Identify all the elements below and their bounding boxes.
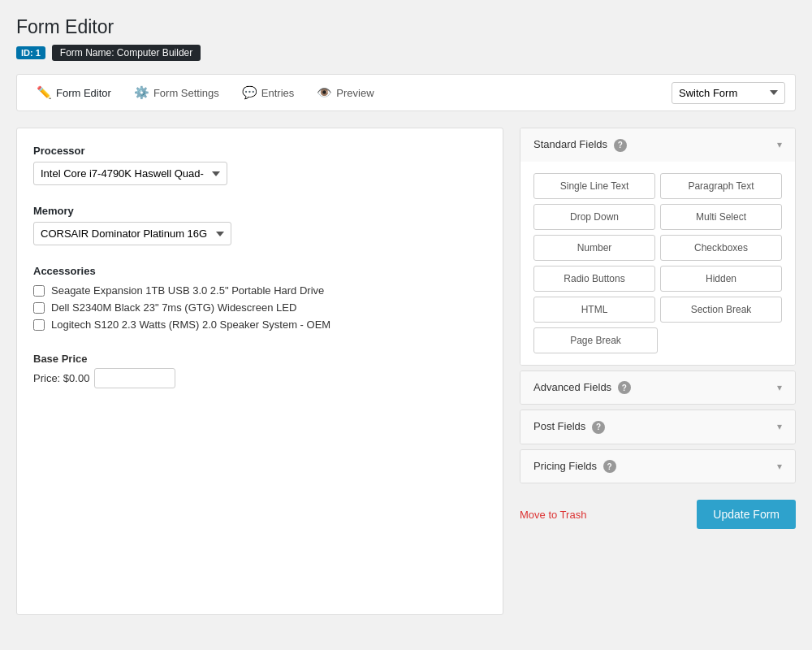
advanced-fields-panel: Advanced Fields ? ▾ <box>520 370 796 405</box>
radio-buttons-button[interactable]: Radio Buttons <box>533 266 655 292</box>
multi-select-button[interactable]: Multi Select <box>660 204 782 230</box>
memory-field-section: Memory CORSAIR Dominator Platinum 16G <box>33 205 486 245</box>
hidden-button[interactable]: Hidden <box>660 266 782 292</box>
post-fields-header[interactable]: Post Fields ? ▾ <box>520 410 795 444</box>
move-to-trash-link[interactable]: Move to Trash <box>520 509 586 521</box>
post-fields-chevron: ▾ <box>777 421 782 432</box>
post-fields-title: Post Fields ? <box>533 420 605 434</box>
form-editor-icon: ✏️ <box>37 85 52 100</box>
price-row: Price: $0.00 <box>33 368 486 388</box>
number-button[interactable]: Number <box>533 235 655 261</box>
checkboxes-button[interactable]: Checkboxes <box>660 235 782 261</box>
tab-form-editor[interactable]: ✏️ Form Editor <box>27 80 121 105</box>
id-badge: ID: 1 <box>16 46 45 59</box>
accessory-label-1: Seagate Expansion 1TB USB 3.0 2.5" Porta… <box>51 284 324 297</box>
tab-entries[interactable]: 💬 Entries <box>232 80 304 105</box>
processor-select[interactable]: Intel Core i7-4790K Haswell Quad- <box>33 162 227 185</box>
accessory-checkbox-1[interactable] <box>33 285 45 297</box>
field-buttons-grid: Single Line Text Paragraph Text Drop Dow… <box>533 173 782 353</box>
pricing-fields-title: Pricing Fields ? <box>533 460 616 474</box>
tab-form-settings[interactable]: ⚙️ Form Settings <box>124 80 229 105</box>
accessory-label-3: Logitech S120 2.3 Watts (RMS) 2.0 Speake… <box>51 318 330 331</box>
post-fields-help-icon[interactable]: ? <box>592 421 605 434</box>
list-item: Logitech S120 2.3 Watts (RMS) 2.0 Speake… <box>33 316 486 333</box>
advanced-fields-header[interactable]: Advanced Fields ? ▾ <box>520 371 795 405</box>
main-layout: Processor Intel Core i7-4790K Haswell Qu… <box>16 128 796 615</box>
tab-preview[interactable]: 👁️ Preview <box>307 80 383 105</box>
form-canvas: Processor Intel Core i7-4790K Haswell Qu… <box>16 128 503 615</box>
memory-label: Memory <box>33 205 486 217</box>
pricing-fields-panel: Pricing Fields ? ▾ <box>520 449 796 484</box>
form-name-badge: Form Name: Computer Builder <box>52 45 201 61</box>
page-title: Form Editor <box>16 16 796 38</box>
section-break-button[interactable]: Section Break <box>660 297 782 323</box>
standard-fields-chevron: ▾ <box>777 139 782 150</box>
switch-form-select[interactable]: Switch Form <box>672 82 785 104</box>
drop-down-button[interactable]: Drop Down <box>533 204 655 230</box>
standard-fields-header[interactable]: Standard Fields ? ▾ <box>520 128 795 162</box>
standard-fields-panel: Standard Fields ? ▾ Single Line Text Par… <box>520 128 796 366</box>
advanced-fields-help-icon[interactable]: ? <box>618 381 631 394</box>
base-price-label: Base Price <box>33 353 486 365</box>
price-prefix: Price: $0.00 <box>33 372 89 384</box>
accessory-label-2: Dell S2340M Black 23" 7ms (GTG) Widescre… <box>51 301 296 314</box>
pricing-fields-header[interactable]: Pricing Fields ? ▾ <box>520 450 795 483</box>
price-input[interactable] <box>94 368 175 388</box>
form-settings-icon: ⚙️ <box>134 85 149 100</box>
tab-form-settings-label: Form Settings <box>153 87 219 99</box>
accessories-field-section: Accessories Seagate Expansion 1TB USB 3.… <box>33 265 486 333</box>
standard-fields-title: Standard Fields ? <box>533 138 627 152</box>
nav-bar: ✏️ Form Editor ⚙️ Form Settings 💬 Entrie… <box>16 74 796 111</box>
pricing-fields-help-icon[interactable]: ? <box>603 460 616 473</box>
paragraph-text-button[interactable]: Paragraph Text <box>660 173 782 199</box>
tab-form-editor-label: Form Editor <box>56 87 111 99</box>
update-form-button[interactable]: Update Form <box>697 500 796 529</box>
bottom-actions: Move to Trash Update Form <box>520 500 796 529</box>
standard-fields-body: Single Line Text Paragraph Text Drop Dow… <box>520 162 795 365</box>
accessories-label: Accessories <box>33 265 486 277</box>
page-break-button[interactable]: Page Break <box>533 327 658 353</box>
advanced-fields-title: Advanced Fields ? <box>533 381 631 395</box>
processor-label: Processor <box>33 145 486 157</box>
pricing-fields-chevron: ▾ <box>777 461 782 472</box>
standard-fields-help-icon[interactable]: ? <box>614 139 627 152</box>
post-fields-panel: Post Fields ? ▾ <box>520 410 796 444</box>
right-sidebar: Standard Fields ? ▾ Single Line Text Par… <box>520 128 796 529</box>
memory-select[interactable]: CORSAIR Dominator Platinum 16G <box>33 222 231 245</box>
accessory-checkbox-3[interactable] <box>33 319 45 331</box>
tab-entries-label: Entries <box>261 87 294 99</box>
advanced-fields-chevron: ▾ <box>777 382 782 393</box>
nav-tabs: ✏️ Form Editor ⚙️ Form Settings 💬 Entrie… <box>27 80 672 105</box>
list-item: Dell S2340M Black 23" 7ms (GTG) Widescre… <box>33 299 486 316</box>
accessories-list: Seagate Expansion 1TB USB 3.0 2.5" Porta… <box>33 282 486 333</box>
tab-preview-label: Preview <box>336 87 374 99</box>
html-button[interactable]: HTML <box>533 297 655 323</box>
processor-field-section: Processor Intel Core i7-4790K Haswell Qu… <box>33 145 486 185</box>
title-meta: ID: 1 Form Name: Computer Builder <box>16 45 796 61</box>
preview-icon: 👁️ <box>317 85 332 100</box>
list-item: Seagate Expansion 1TB USB 3.0 2.5" Porta… <box>33 282 486 299</box>
base-price-field-section: Base Price Price: $0.00 <box>33 353 486 388</box>
entries-icon: 💬 <box>242 85 257 100</box>
single-line-text-button[interactable]: Single Line Text <box>533 173 655 199</box>
accessory-checkbox-2[interactable] <box>33 302 45 314</box>
